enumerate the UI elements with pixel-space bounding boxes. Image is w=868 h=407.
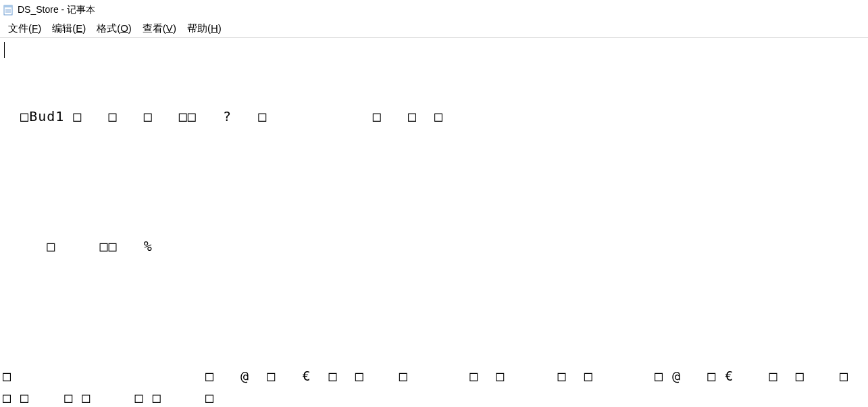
menubar: 文件(F) 编辑(E) 格式(O) 查看(V) 帮助(H)	[0, 20, 868, 38]
menu-edit[interactable]: 编辑(E)	[47, 21, 91, 37]
editor-line: □Bud1 □ □ □ □□ ? □ □ □ □	[3, 105, 865, 127]
menu-file[interactable]: 文件(F)	[3, 21, 47, 37]
editor-line: □ □□ %	[3, 235, 865, 257]
editor-line	[3, 170, 865, 192]
editor-line: □ □ @ □ € □ □ □ □ □ □ □ □ @ □ € □ □ □ □ …	[3, 365, 865, 407]
text-caret	[4, 42, 5, 58]
menu-view-hotkey: V	[166, 22, 173, 34]
svg-rect-1	[4, 5, 12, 7]
menu-edit-label: 编辑	[52, 22, 72, 34]
menu-help[interactable]: 帮助(H)	[182, 21, 227, 37]
menu-format-label: 格式	[97, 22, 117, 34]
text-editor-area[interactable]: □Bud1 □ □ □ □□ ? □ □ □ □ □ □□ % □ □ @ □ …	[0, 38, 868, 407]
menu-file-hotkey: F	[32, 22, 38, 34]
menu-help-label: 帮助	[187, 22, 207, 34]
menu-view-label: 查看	[143, 22, 163, 34]
notepad-icon	[3, 5, 14, 16]
menu-format-hotkey: O	[120, 22, 128, 34]
titlebar: DS_Store - 记事本	[0, 0, 868, 20]
menu-file-label: 文件	[8, 22, 28, 34]
menu-view[interactable]: 查看(V)	[137, 21, 182, 37]
editor-line	[3, 300, 865, 322]
menu-format[interactable]: 格式(O)	[91, 21, 137, 37]
menu-help-hotkey: H	[211, 22, 218, 34]
window-title: DS_Store - 记事本	[18, 4, 95, 16]
menu-edit-hotkey: E	[76, 22, 82, 34]
